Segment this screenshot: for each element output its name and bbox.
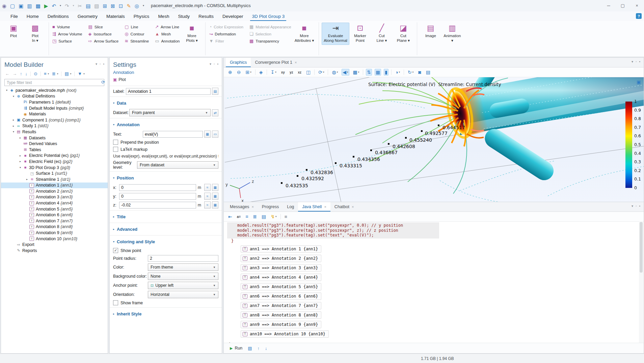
tree-item-surface-1[interactable]: ◳Surface 1{surf1}	[1, 170, 108, 176]
console-tab-chatbot[interactable]: Chatbot×	[330, 202, 358, 212]
close-icon[interactable]: ×	[295, 60, 297, 64]
ribbon-tab-results[interactable]: Results	[194, 11, 218, 21]
delete-icon[interactable]: ⊠	[111, 3, 115, 8]
chevron-down-icon[interactable]: ▾	[347, 71, 348, 74]
shell-result-row[interactable]: Tann9 ==> Annotation 9 {ann9}	[241, 321, 321, 328]
arrow-surface-button[interactable]: ⇨Arrow Surface	[88, 39, 119, 43]
pin-icon[interactable]: ▪	[639, 60, 640, 63]
evaluate-along-normal-button[interactable]: ⇥EvaluateAlong Normal	[322, 23, 349, 45]
expand-shell-icon[interactable]: ≣	[252, 213, 258, 220]
save-icon[interactable]: ▥	[27, 3, 32, 8]
tree-item-streamline-1[interactable]: ▸≋Streamline 1{str1}	[1, 176, 108, 183]
arrow-line-button[interactable]: ↗Arrow Line	[155, 25, 180, 29]
perspective-icon[interactable]: ◫	[305, 69, 312, 76]
streamline-button[interactable]: ≋Streamline	[125, 39, 149, 43]
chevron-down-icon[interactable]: ▾	[48, 73, 49, 75]
highlight-icon[interactable]: ✎	[127, 3, 131, 8]
run-icon[interactable]: ▶	[44, 3, 48, 8]
tree-expander-icon[interactable]: ▾	[11, 130, 16, 133]
paste-icon[interactable]: ▧	[94, 3, 99, 8]
stop-icon[interactable]: ■	[284, 213, 288, 220]
console-tab-messages[interactable]: Messages×	[226, 202, 258, 212]
zoom-extents-icon[interactable]: ◈	[258, 69, 264, 76]
anchor-point-select[interactable]: ⊡ Upper left▼	[148, 282, 218, 289]
replot-icon[interactable]: ↻▾	[407, 69, 414, 76]
ribbon-tab-3d-plot-group-3[interactable]: 3D Plot Group 3	[247, 11, 289, 21]
ribbon-tab-definitions[interactable]: Definitions	[43, 11, 73, 21]
animation-button[interactable]: ▥Animation▾	[441, 23, 463, 45]
model-tree-node-icon[interactable]: ▤	[64, 71, 69, 76]
chevron-down-icon[interactable]: ▾	[412, 71, 414, 74]
chevron-down-icon[interactable]: ▾	[399, 71, 400, 74]
chevron-down-icon[interactable]: ▾	[337, 71, 338, 74]
chevron-down-icon[interactable]: ▾	[83, 73, 85, 75]
ribbon-tab-geometry[interactable]: Geometry	[73, 11, 102, 21]
tree-item-annotation-9[interactable]: TAnnotation 9{ann9}	[1, 230, 108, 236]
tree-expander-icon[interactable]: ▸	[11, 124, 16, 128]
copy-icon[interactable]: ▤	[86, 3, 90, 8]
environment-icon[interactable]: ◍▾	[331, 69, 339, 76]
tree-item-study-1[interactable]: ▸∞Study 1{std1}	[1, 123, 108, 129]
shell-result-row[interactable]: Tann10 ==> Annotation 10 {ann10}	[241, 330, 329, 338]
pin-icon[interactable]: ▪	[217, 62, 218, 66]
tree-item-annotation-6[interactable]: TAnnotation 6{ann6}	[1, 212, 108, 218]
tree-item-annotation-3[interactable]: TAnnotation 3{ann3}	[1, 194, 108, 200]
ribbon-tab-physics[interactable]: Physics	[129, 11, 154, 21]
ribbon-tab-mesh[interactable]: Mesh	[154, 11, 173, 21]
console-tab-java-shell[interactable]: Java Shell×	[298, 202, 330, 212]
float-icon[interactable]: ▫	[636, 60, 637, 63]
coloring-style-section-header[interactable]: ▾ Coloring and Style	[110, 237, 222, 246]
shell-result-row[interactable]: Tann3 ==> Annotation 3 {ann3}	[241, 264, 321, 272]
prepend-position-checkbox[interactable]	[113, 140, 118, 145]
chevron-down-icon[interactable]: ▾	[57, 73, 58, 75]
grid-toggle-icon[interactable]: ▦	[375, 69, 381, 76]
tree-expander-icon[interactable]: ▸	[18, 154, 23, 157]
shell-result-row[interactable]: Tann4 ==> Annotation 4 {ann4}	[241, 274, 321, 281]
zoom-in-icon[interactable]: ⊕	[227, 69, 233, 76]
pin-icon[interactable]: ▪	[639, 204, 640, 208]
tree-item-global-definitions[interactable]: ▾⊕Global Definitions	[1, 93, 108, 100]
chevron-down-icon[interactable]: ▾	[250, 71, 251, 74]
isosurface-button[interactable]: ◈Isosurface	[88, 32, 119, 36]
chevron-down-icon[interactable]: ▾	[358, 71, 359, 74]
show-icon[interactable]: ⊙	[34, 71, 37, 76]
z-position-field[interactable]	[119, 202, 196, 208]
tree-item-annotation-4[interactable]: TAnnotation 4{ann4}	[1, 200, 108, 206]
cut-icon[interactable]: ✂	[78, 3, 82, 8]
move-down-icon[interactable]: ↓	[25, 71, 28, 76]
rename-icon[interactable]: ▤	[212, 88, 218, 95]
inherit-style-section-header[interactable]: ▸ Inherit Style	[110, 309, 222, 318]
plot-button[interactable]: ▣Plot	[3, 23, 24, 40]
view-yz-icon[interactable]: yz	[289, 70, 294, 75]
tree-item-default-model-inputs[interactable]: ⇶Default Model Inputs{cminpt}	[1, 105, 108, 111]
shell-result-row[interactable]: Tann6 ==> Annotation 6 {ann6}	[241, 292, 321, 300]
ribbon-tab-home[interactable]: Home	[22, 11, 43, 21]
float-icon[interactable]: ▫	[636, 204, 637, 208]
tree-expander-icon[interactable]: ▸	[11, 118, 16, 121]
pin-icon[interactable]: ▪	[103, 62, 104, 66]
volume-button[interactable]: ■Volume	[52, 25, 82, 29]
surface-button[interactable]: ◳Surface	[52, 39, 82, 43]
deformation-button[interactable]: ↝Deformation	[209, 32, 243, 36]
tree-item-electric-field-ec-[interactable]: ▸■Electric Field (ec){pg2}	[1, 159, 108, 165]
transparency-button[interactable]: ▩Transparency	[249, 39, 291, 43]
go-to-source-icon[interactable]: ⇄	[212, 109, 218, 116]
y-position-field[interactable]	[119, 193, 196, 200]
console-tab-progress[interactable]: Progress	[258, 202, 283, 212]
save-as-icon[interactable]: ▩	[36, 3, 41, 8]
ribbon-tab-materials[interactable]: Materials	[102, 11, 129, 21]
color-select[interactable]: From theme▼	[148, 263, 218, 271]
tree-item-reports[interactable]: ✎Reports	[1, 248, 108, 254]
tree-item-annotation-7[interactable]: TAnnotation 7{ann7}	[1, 218, 108, 224]
chevron-down-icon[interactable]: ▾	[275, 215, 277, 218]
range-icon[interactable]: ≈	[204, 201, 211, 208]
move-to-source-icon[interactable]: ⇤	[227, 213, 233, 220]
chevron-down-icon[interactable]: ▾	[323, 71, 324, 74]
tree-item-materials[interactable]: ◉Materials	[1, 111, 108, 117]
point-radius-field[interactable]	[148, 255, 218, 262]
snapshot-icon[interactable]: ◙	[417, 69, 422, 76]
tree-item-tables[interactable]: ⊞Tables	[1, 147, 108, 153]
assign-icon[interactable]: a=	[236, 214, 242, 219]
plot-context-icon[interactable]: ▣	[637, 79, 641, 85]
help-button[interactable]: ?	[636, 13, 642, 19]
